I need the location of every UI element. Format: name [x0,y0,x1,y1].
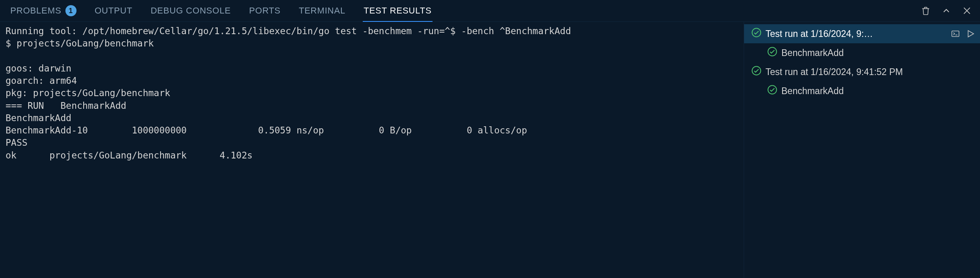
test-item-row[interactable]: BenchmarkAdd [744,43,980,62]
test-item-row[interactable]: BenchmarkAdd [744,81,980,100]
panel-body: Running tool: /opt/homebrew/Cellar/go/1.… [0,22,980,278]
tab-label: OUTPUT [95,6,132,16]
test-run-label: Test run at 1/16/2024, 9:41:52 PM [766,67,975,77]
test-run-row[interactable]: Test run at 1/16/2024, 9:41:52 PM [744,62,980,81]
trash-icon[interactable] [921,6,931,16]
pass-icon [751,66,762,78]
tab-test-results[interactable]: TEST RESULTS [363,0,432,21]
svg-point-0 [752,28,761,37]
test-item-label: BenchmarkAdd [781,48,975,58]
panel-actions [921,6,972,16]
panel-tabbar: PROBLEMS 1 OUTPUT DEBUG CONSOLE PORTS TE… [0,0,980,22]
pass-icon [767,46,777,59]
tab-label: TEST RESULTS [364,6,431,16]
pass-icon [751,27,762,40]
go-to-test-icon[interactable] [951,29,960,39]
tab-label: PORTS [249,6,280,16]
tab-label: DEBUG CONSOLE [151,6,231,16]
tab-problems[interactable]: PROBLEMS 1 [10,0,77,22]
tab-ports[interactable]: PORTS [248,0,281,21]
tab-output[interactable]: OUTPUT [94,0,133,21]
tab-label: TERMINAL [299,6,346,16]
chevron-up-icon[interactable] [941,6,951,16]
test-item-label: BenchmarkAdd [781,86,975,97]
svg-point-2 [768,47,777,56]
test-row-actions [951,29,975,39]
tab-debug-console[interactable]: DEBUG CONSOLE [150,0,232,21]
close-icon[interactable] [962,6,972,16]
problems-badge: 1 [65,5,77,16]
svg-point-4 [768,85,777,94]
tab-terminal[interactable]: TERMINAL [298,0,346,21]
svg-rect-1 [952,31,959,37]
test-run-label: Test run at 1/16/2024, 9:… [766,29,947,39]
test-run-row[interactable]: Test run at 1/16/2024, 9:… [744,24,980,43]
tab-label: PROBLEMS [10,6,61,16]
svg-point-3 [752,66,761,75]
run-icon[interactable] [966,29,975,39]
test-output[interactable]: Running tool: /opt/homebrew/Cellar/go/1.… [0,22,744,278]
pass-icon [767,85,777,97]
test-tree: Test run at 1/16/2024, 9:… BenchmarkAdd … [744,22,980,278]
